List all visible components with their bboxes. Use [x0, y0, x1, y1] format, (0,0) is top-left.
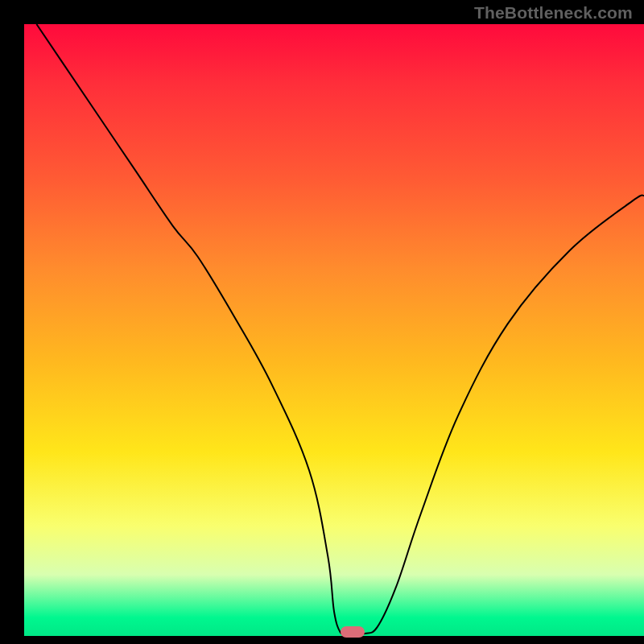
chart-frame: TheBottleneck.com: [0, 0, 644, 644]
curve-layer: [24, 24, 644, 636]
bottleneck-curve: [36, 24, 644, 634]
plot-area: [24, 24, 644, 636]
optimal-marker: [341, 626, 365, 638]
watermark-text: TheBottleneck.com: [474, 3, 633, 23]
